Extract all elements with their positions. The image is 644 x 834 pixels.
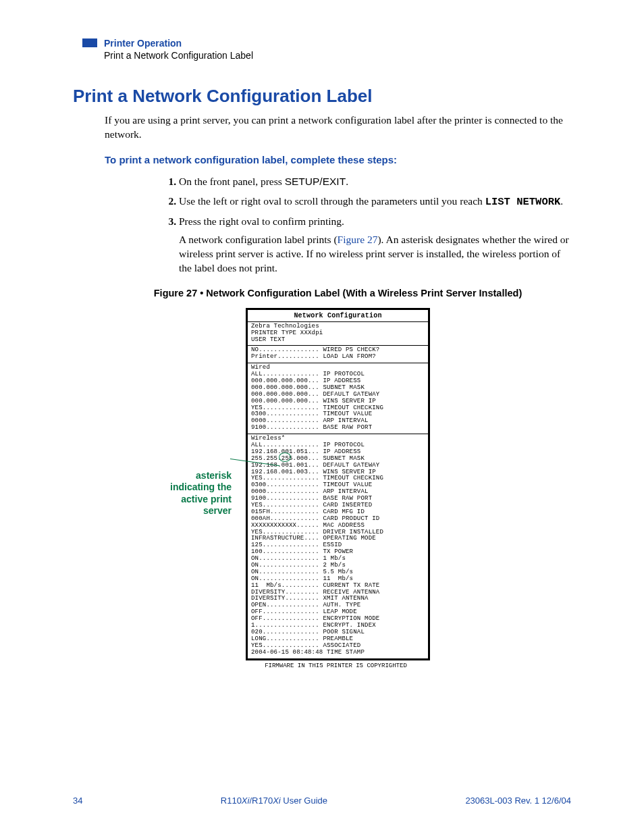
figure-link[interactable]: Figure 27: [338, 234, 378, 245]
intro-paragraph: If you are using a print server, you can…: [105, 113, 571, 142]
page-title: Print a Network Configuration Label: [73, 86, 571, 107]
step-1: On the front panel, press SETUP/EXIT.: [179, 175, 571, 189]
annotation-circle: [279, 452, 291, 462]
footer-right: 23063L-003 Rev. 1 12/6/04: [465, 796, 571, 806]
header-section: Printer Operation: [104, 37, 253, 49]
annotation-text: asterisk indicating the active print ser…: [157, 470, 232, 517]
label-section-header: Zebra Technologies PRINTER TYPE XXXdpi U…: [248, 322, 428, 346]
config-label: Network Configuration Zebra Technologies…: [246, 308, 430, 660]
label-section-wired: Wired ALL............... IP PROTOCOL 000…: [248, 363, 428, 434]
figure-caption: Figure 27 • Network Configuration Label …: [105, 288, 571, 298]
figure-container: asterisk indicating the active print ser…: [105, 308, 571, 669]
header-marker: [82, 38, 97, 47]
step-2: Use the left or right oval to scroll thr…: [179, 194, 571, 209]
step-3: Press the right oval to confirm printing…: [179, 215, 571, 276]
steps-heading: To print a network configuration label, …: [105, 154, 571, 165]
steps-list: On the front panel, press SETUP/EXIT. Us…: [105, 175, 571, 276]
page-footer: 34 R110Xi/R170Xi User Guide 23063L-003 R…: [73, 796, 571, 806]
label-title: Network Configuration: [248, 310, 428, 322]
footer-center: R110Xi/R170Xi User Guide: [221, 796, 327, 806]
page-header: Printer Operation Print a Network Config…: [82, 37, 571, 61]
header-topic: Print a Network Configuration Label: [104, 49, 253, 61]
label-copyright: FIRMWARE IN THIS PRINTER IS COPYRIGHTED: [246, 662, 426, 669]
label-section-general: NO................ WIRED PS CHECK? Print…: [248, 346, 428, 363]
page-number: 34: [73, 796, 82, 806]
